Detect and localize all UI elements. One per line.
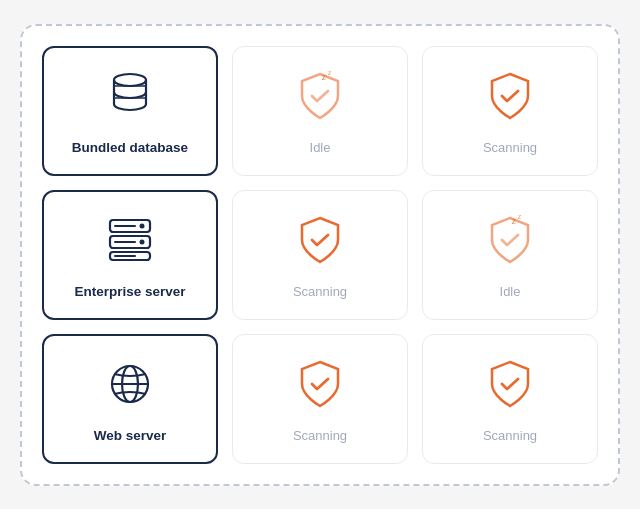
svg-point-8	[140, 224, 145, 229]
card-label-scanning-3: Scanning	[293, 428, 347, 443]
svg-point-0	[114, 74, 146, 86]
shield-scan-icon	[290, 354, 350, 418]
svg-text:z: z	[517, 212, 522, 221]
shield-idle-icon: z z	[290, 66, 350, 130]
card-label-scanning-2: Scanning	[293, 284, 347, 299]
main-panel: Bundled database z z Idle Scanning Enter…	[20, 24, 620, 486]
card-label-web-server: Web server	[94, 428, 167, 443]
card-web-server[interactable]: Web server	[42, 334, 218, 464]
card-label-idle-1: Idle	[310, 140, 331, 155]
svg-text:z: z	[321, 71, 326, 82]
svg-text:z: z	[327, 68, 332, 77]
shield-scan-icon	[480, 354, 540, 418]
shield-scan-icon	[290, 210, 350, 274]
shield-scan-icon	[480, 66, 540, 130]
card-idle-1[interactable]: z z Idle	[232, 46, 408, 176]
card-label-scanning-4: Scanning	[483, 428, 537, 443]
card-scanning-1[interactable]: Scanning	[422, 46, 598, 176]
card-scanning-4[interactable]: Scanning	[422, 334, 598, 464]
card-scanning-3[interactable]: Scanning	[232, 334, 408, 464]
card-label-idle-2: Idle	[500, 284, 521, 299]
database-icon	[100, 66, 160, 130]
server-icon	[100, 210, 160, 274]
svg-text:z: z	[511, 215, 516, 226]
card-label-enterprise-server: Enterprise server	[74, 284, 185, 299]
card-label-bundled-database: Bundled database	[72, 140, 188, 155]
shield-idle-icon: z z	[480, 210, 540, 274]
card-scanning-2[interactable]: Scanning	[232, 190, 408, 320]
card-label-scanning-1: Scanning	[483, 140, 537, 155]
globe-icon	[100, 354, 160, 418]
card-grid: Bundled database z z Idle Scanning Enter…	[42, 46, 598, 464]
card-idle-2[interactable]: z z Idle	[422, 190, 598, 320]
card-enterprise-server[interactable]: Enterprise server	[42, 190, 218, 320]
svg-point-9	[140, 240, 145, 245]
card-bundled-database[interactable]: Bundled database	[42, 46, 218, 176]
